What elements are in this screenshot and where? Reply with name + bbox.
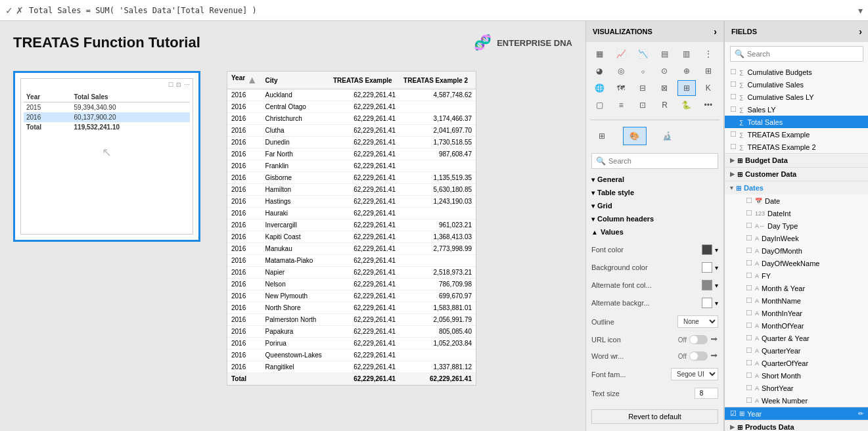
kpi-icon[interactable]: K xyxy=(699,80,718,96)
column-chart-icon[interactable]: ▥ xyxy=(677,46,696,62)
list-item[interactable]: ☐ ∑ Sales LY xyxy=(725,103,868,116)
line-chart-icon[interactable]: 📈 xyxy=(612,46,630,62)
total-sales-field[interactable]: ☑ ∑ Total Sales xyxy=(725,116,868,128)
list-item[interactable]: ☐ A MonthOfYear xyxy=(730,319,868,332)
donut-icon[interactable]: ◎ xyxy=(612,63,630,79)
list-item[interactable]: ☐ 📅 Date xyxy=(730,194,868,207)
revert-button[interactable]: Revert to default xyxy=(591,409,718,424)
bg-color-row: Background color ▾ xyxy=(591,259,718,277)
fields-search-box[interactable]: 🔍 xyxy=(730,46,863,62)
formula-dropdown-icon[interactable]: ▾ xyxy=(858,5,863,16)
matrix-icon[interactable]: ⊠ xyxy=(655,80,674,96)
format-search-input[interactable] xyxy=(608,157,714,165)
list-item[interactable]: ☐ A MonthInYear xyxy=(730,307,868,319)
waterfall-icon[interactable]: ⊞ xyxy=(699,63,718,79)
list-item[interactable]: ☐ A Month & Year xyxy=(730,282,868,294)
funnel-icon[interactable]: ⬦ xyxy=(633,63,652,79)
word-wrap-row: Word wr... Off ⮕ xyxy=(591,348,718,365)
year-edit-icon[interactable]: ✏ xyxy=(858,410,863,417)
outline-select[interactable]: None Top Bottom All xyxy=(677,315,718,328)
wordwrap-toggle-circle[interactable] xyxy=(689,352,708,361)
list-item[interactable]: ☐ A Week Number xyxy=(730,394,868,407)
canvas-title: TREATAS Function Tutorial xyxy=(13,34,200,51)
treemap-icon[interactable]: ⊟ xyxy=(633,80,652,96)
year-field[interactable]: ☑ ⊞ Year ✏ xyxy=(725,407,868,420)
table-style-section[interactable]: ▾ Table style xyxy=(586,186,723,199)
col-headers-chevron: ▾ xyxy=(591,216,595,223)
dates-group-header[interactable]: ▾ ⊞ Dates xyxy=(725,181,868,194)
measure-icon: ∑ xyxy=(739,131,743,138)
list-item[interactable]: ☐ ∑ TREATAS Example 2 xyxy=(725,141,868,153)
more-visuals-icon[interactable]: ••• xyxy=(699,97,718,113)
values-section[interactable]: ▲ Values xyxy=(586,225,723,238)
alt-font-dropdown[interactable]: ▾ xyxy=(715,282,718,289)
table-icon[interactable]: ⊞ xyxy=(677,80,696,96)
python-icon[interactable]: 🐍 xyxy=(677,97,696,113)
url-arrow: ⮕ xyxy=(710,335,718,344)
x-icon[interactable]: ✗ xyxy=(16,5,24,16)
grid-chevron: ▾ xyxy=(591,202,595,210)
area-chart-icon[interactable]: 📉 xyxy=(633,46,652,62)
url-toggle[interactable]: Off ⮕ xyxy=(678,335,718,344)
list-item[interactable]: ☐ A FY xyxy=(730,269,868,282)
right-panel: VISUALIZATIONS › ▦ 📈 📉 ▤ ▥ ⋮ ◕ ◎ ⬦ ⊙ ⊕ ⊞ xyxy=(585,21,868,431)
checkmark-icon[interactable]: ✓ xyxy=(5,5,13,16)
list-item[interactable]: ☐ 123 DateInt xyxy=(730,207,868,219)
slicer-icon[interactable]: ⊡ xyxy=(633,97,652,113)
bg-color-swatch[interactable] xyxy=(702,262,712,273)
customer-data-group-header[interactable]: ▶ ⊞ Customer Data xyxy=(725,168,868,181)
scatter-icon[interactable]: ⋮ xyxy=(699,46,718,62)
format-search-box[interactable]: 🔍 xyxy=(591,153,718,169)
bar-chart-icon[interactable]: ▦ xyxy=(590,46,608,62)
table-row: Total62,229,261.4162,229,261.41 xyxy=(227,373,476,385)
list-item[interactable]: ☐ A DayInWeek xyxy=(730,232,868,244)
budget-data-group-header[interactable]: ▶ ⊞ Budget Data xyxy=(725,154,868,167)
products-data-group: ▶ ⊞ Products Data xyxy=(725,420,868,431)
list-item[interactable]: ☐ ∑ Cumulative Budgets xyxy=(725,66,868,78)
list-item[interactable]: ☐ ∑ Cumulative Sales xyxy=(725,78,868,91)
short-month-item[interactable]: ☐ A Short Month xyxy=(730,369,868,382)
pie-chart-icon[interactable]: ◕ xyxy=(590,63,608,79)
list-item[interactable]: ☐ A ShortYear xyxy=(730,382,868,394)
fields-collapse-icon[interactable]: › xyxy=(859,26,862,37)
font-family-select[interactable]: Segoe UI Arial Calibri xyxy=(671,368,718,380)
fields-icon[interactable]: ⊞ xyxy=(590,127,614,145)
viz-header: VISUALIZATIONS › xyxy=(586,21,723,42)
list-item[interactable]: ☐ ∑ TREATAS Example xyxy=(725,128,868,141)
list-item[interactable]: ☐ A QuarterYear xyxy=(730,344,868,357)
multi-row-icon[interactable]: ≡ xyxy=(612,97,630,113)
grid-section[interactable]: ▾ Grid xyxy=(586,199,723,212)
alt-bg-swatch[interactable] xyxy=(702,298,712,308)
map-icon[interactable]: 🌐 xyxy=(590,80,608,96)
analytics-icon[interactable]: 🔬 xyxy=(656,127,679,145)
list-item[interactable]: ☐ A QuarterOfYear xyxy=(730,357,868,369)
list-item[interactable]: ☐ A↔ Day Type xyxy=(730,219,868,232)
products-data-group-header[interactable]: ▶ ⊞ Products Data xyxy=(725,420,868,431)
viz-collapse-icon[interactable]: › xyxy=(714,26,717,37)
text-size-input[interactable] xyxy=(695,388,718,399)
list-item[interactable]: ☐ A DayOfMonth xyxy=(730,244,868,257)
list-item[interactable]: ☐ A DayOfWeekName xyxy=(730,257,868,269)
r-visual-icon[interactable]: R xyxy=(655,97,674,113)
filled-map-icon[interactable]: 🗺 xyxy=(612,80,630,96)
gauge-icon[interactable]: ⊙ xyxy=(655,63,674,79)
stacked-bar-icon[interactable]: ▤ xyxy=(655,46,674,62)
column-headers-section[interactable]: ▾ Column headers xyxy=(586,212,723,225)
fields-search-input[interactable] xyxy=(747,50,859,58)
bg-color-dropdown[interactable]: ▾ xyxy=(715,264,718,271)
alt-bg-dropdown[interactable]: ▾ xyxy=(715,300,718,307)
formula-bar-icons: ✓ ✗ xyxy=(5,5,24,16)
ribbon-icon[interactable]: ⊕ xyxy=(677,63,696,79)
card-icon[interactable]: ▢ xyxy=(590,97,608,113)
general-section[interactable]: ▾ General xyxy=(586,173,723,186)
format-icon[interactable]: 🎨 xyxy=(623,127,647,145)
viz-format-icons: ⊞ 🎨 🔬 xyxy=(586,123,723,149)
list-item[interactable]: ☐ A Quarter & Year xyxy=(730,332,868,344)
font-color-dropdown[interactable]: ▾ xyxy=(715,246,718,254)
url-toggle-circle[interactable] xyxy=(689,335,708,344)
list-item[interactable]: ☐ ∑ Cumulative Sales LY xyxy=(725,91,868,103)
font-color-swatch[interactable] xyxy=(702,244,712,255)
alt-font-swatch[interactable] xyxy=(702,280,712,290)
wordwrap-toggle[interactable]: Off ⮕ xyxy=(678,352,718,361)
list-item[interactable]: ☐ A MonthName xyxy=(730,294,868,307)
